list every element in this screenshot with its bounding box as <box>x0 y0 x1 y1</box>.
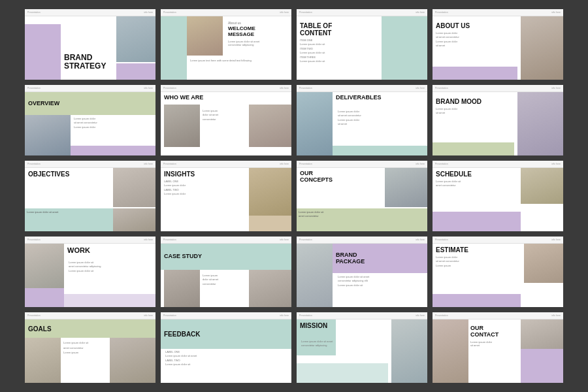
slide-title: BRAND MOOD <box>436 98 482 105</box>
slide-presenter-label10: Presentation <box>163 163 176 165</box>
slide-presenter-label2: Presentation <box>163 11 176 14</box>
slide-brand-strategy[interactable]: Presentation info here BRANDSTRATEGY <box>25 9 155 80</box>
slide-schedule[interactable]: Presentation info here SCHEDULE Lorem ip… <box>433 161 563 231</box>
slide-presenter-label7: Presentation <box>299 87 312 90</box>
slide-presenter-label4: Presentation <box>435 11 448 14</box>
slide-info-label4: info here <box>551 11 561 14</box>
slide-info-label11: info here <box>416 163 425 165</box>
slide-title: CASE STUDY <box>164 253 202 260</box>
slide-title: WELCOMEMESSAGE <box>228 26 259 38</box>
slide-presenter-label12: Presentation <box>435 163 448 165</box>
slide-title: OVERVIEW <box>28 101 59 107</box>
slide-feedback[interactable]: Presentation info here FEEDBACK LABEL ON… <box>161 312 291 383</box>
slide-info-label6: info here <box>280 87 289 90</box>
slide-presenter-label5: Presentation <box>27 87 41 90</box>
slide-info-label3: info here <box>416 11 425 14</box>
slide-presenter-label16: Presentation <box>435 238 448 241</box>
slide-info-label14: info here <box>280 238 289 241</box>
slides-grid: Presentation info here BRANDSTRATEGY Pre… <box>14 0 574 392</box>
slide-info-label10: info here <box>280 163 289 165</box>
slide-info-label17: info here <box>144 314 153 317</box>
slide-info-label9: info here <box>144 163 153 165</box>
slide-info-label18: info here <box>280 314 289 317</box>
slide-presenter-label18: Presentation <box>163 314 176 317</box>
slide-presenter-label20: Presentation <box>435 314 448 317</box>
slide-title: SCHEDULE <box>436 171 472 178</box>
slide-presenter-label3: Presentation <box>299 11 312 14</box>
slide-title: TABLE OFCONTENT <box>300 22 332 37</box>
slide-presenter-label6: Presentation <box>163 87 176 90</box>
slide-presenter-label14: Presentation <box>163 238 176 241</box>
slide-info-label19: info here <box>416 314 425 317</box>
slide-info-label5: info here <box>144 87 153 90</box>
slide-info-label: info here <box>144 11 153 14</box>
slide-title: GOALS <box>28 325 52 333</box>
slide-overview[interactable]: Presentation info here OVERVIEW Lorem ip… <box>25 85 155 155</box>
slide-title: WORK <box>67 246 90 254</box>
slide-title: WHO WE ARE <box>164 95 203 101</box>
slide-objectives[interactable]: Presentation info here Lorem ipsum dolor… <box>25 161 155 231</box>
slide-title: OURCONCEPTS <box>300 171 333 184</box>
slide-info-label8: info here <box>551 87 561 90</box>
slide-presenter-label15: Presentation <box>299 238 312 241</box>
slide-welcome-message[interactable]: Presentation info here About us WELCOMEM… <box>161 9 291 80</box>
slide-title: OBJECTIVES <box>28 171 69 178</box>
slide-title: MISSION <box>300 322 327 329</box>
slide-work[interactable]: Presentation info here WORK Lorem ipsum … <box>25 237 155 307</box>
slide-title: ABOUT US <box>436 22 470 29</box>
slide-presenter-label8: Presentation <box>435 87 448 90</box>
slide-info-label12: info here <box>551 163 561 165</box>
slide-info-label15: info here <box>416 238 425 241</box>
slide-mission[interactable]: Presentation info here MISSION Lorem ips… <box>297 312 427 383</box>
slide-info-label2: info here <box>280 11 289 14</box>
slide-our-concepts[interactable]: Presentation info here Lorem ipsum dolor… <box>297 161 427 231</box>
slide-title: INSIGHTS <box>164 171 195 178</box>
slide-info-label20: info here <box>551 314 561 317</box>
slide-title: OURCONTACT <box>470 325 519 338</box>
slide-presenter-label9: Presentation <box>27 163 41 165</box>
slide-info-label7: info here <box>416 87 425 90</box>
slide-presenter-label13: Presentation <box>27 238 41 241</box>
slide-info-label16: info here <box>551 238 561 241</box>
slide-presenter-label17: Presentation <box>27 314 41 317</box>
slide-brand-mood[interactable]: Presentation info here BRAND MOOD Lorem … <box>433 85 563 155</box>
slide-goals[interactable]: Presentation info here GOALS Lorem ipsum… <box>25 312 155 383</box>
slide-title: BRANDSTRATEGY <box>64 54 106 71</box>
slide-our-contact[interactable]: Presentation info here OURCONTACT Lorem … <box>433 312 563 383</box>
slide-presenter-label19: Presentation <box>299 314 312 317</box>
slide-title: FEEDBACK <box>164 331 201 338</box>
slide-case-study[interactable]: Presentation info here CASE STUDY Lorem … <box>161 237 291 307</box>
slide-table-of-content[interactable]: Presentation info here TABLE OFCONTENT I… <box>297 9 427 80</box>
slide-info-label13: info here <box>144 238 153 241</box>
slide-title: BRANDPACKAGE <box>336 252 365 265</box>
slide-presenter-label11: Presentation <box>299 163 312 165</box>
slide-brand-package[interactable]: Presentation info here BRANDPACKAGE Lore… <box>297 237 427 307</box>
slide-deliverables[interactable]: Presentation info here DELIVERABLES Lore… <box>297 85 427 155</box>
slide-who-we-are[interactable]: Presentation info here WHO WE ARE Lorem … <box>161 85 291 155</box>
slide-title: ESTIMATE <box>436 246 468 253</box>
slide-title: DELIVERABLES <box>336 95 382 101</box>
slide-about-us[interactable]: Presentation info here ABOUT US Lorem ip… <box>433 9 563 80</box>
slide-presenter-label: Presentation <box>27 11 41 14</box>
slide-insights[interactable]: Presentation info here INSIGHTS LABEL ON… <box>161 161 291 231</box>
slide-estimate[interactable]: Presentation info here ESTIMATE Lorem ip… <box>433 237 563 307</box>
